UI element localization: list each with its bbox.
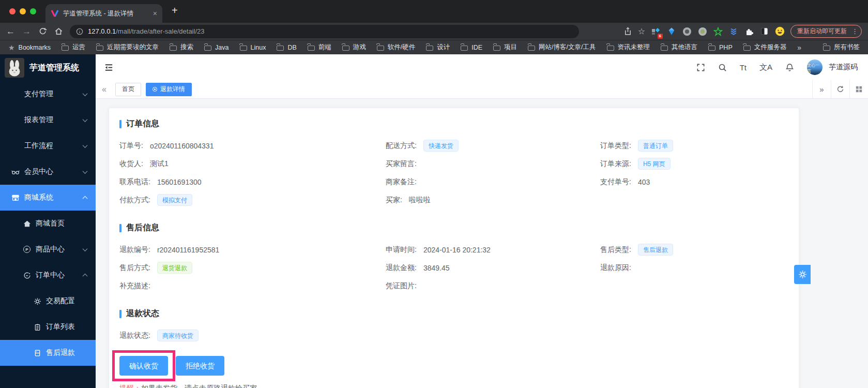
bookmark-folder[interactable]: 前端 (308, 43, 331, 52)
section-title: 退款状态 (119, 308, 788, 319)
window-minimize-button[interactable] (20, 8, 26, 14)
site-info-icon[interactable] (76, 28, 83, 35)
bookmarks-star-icon: ★ (8, 44, 15, 51)
refresh-icon[interactable] (831, 80, 849, 98)
window-zoom-button[interactable] (30, 8, 36, 14)
store-icon (11, 193, 20, 202)
bookmark-folder[interactable]: 软件/硬件 (377, 43, 415, 52)
bookmarks-overflow-chevron[interactable]: » (797, 43, 801, 52)
extension-contrast-icon[interactable] (759, 26, 769, 36)
app-logo[interactable]: 芋道管理系统 (0, 54, 96, 81)
bookmark-folder[interactable]: 游戏 (342, 43, 366, 52)
folder-icon (461, 46, 468, 51)
browser-tab[interactable]: 芋道管理系统 - 退款详情 × (45, 4, 162, 23)
language-icon[interactable]: 文A (759, 63, 772, 72)
sidebar-item-member-center[interactable]: 会员中心 (0, 159, 96, 185)
field-label: 买家留言: (386, 159, 417, 169)
pay-no-value: 403 (638, 178, 650, 186)
all-bookmarks-folder[interactable]: 所有书签 (823, 43, 860, 52)
scroll-left-chevron[interactable]: « (102, 85, 115, 94)
bookmark-folder[interactable]: Java (204, 44, 229, 51)
browser-tab-title: 芋道管理系统 - 退款详情 (63, 9, 149, 18)
extension-green-star-icon[interactable] (713, 26, 723, 36)
bookmark-folder[interactable]: 网站/博客/文章/工具 (528, 43, 596, 52)
scroll-right-chevron[interactable]: » (812, 80, 831, 98)
order-type-tag: 普通订单 (638, 140, 673, 152)
confirm-receipt-button[interactable]: 确认收货 (119, 356, 168, 376)
theme-settings-button[interactable] (794, 265, 811, 284)
bookmark-folder[interactable]: PHP (708, 44, 733, 51)
back-button[interactable]: ← (6, 27, 15, 36)
fullscreen-icon[interactable] (696, 63, 705, 72)
home-button[interactable] (54, 27, 63, 36)
apply-time-value: 2024-01-16 20:21:32 (423, 246, 491, 254)
annotation-highlight-box: 确认收货 (119, 356, 168, 376)
menu-icon-slot (11, 90, 20, 98)
sidebar-item-order-list[interactable]: 订单列表 (0, 314, 96, 340)
window-close-button[interactable] (9, 8, 16, 14)
site-favicon-icon (51, 9, 59, 18)
browser-menu-icon[interactable]: ⋮ (851, 27, 858, 35)
extension-olive-circle-icon[interactable] (697, 26, 707, 36)
chevron-down-icon (83, 91, 88, 96)
layout-grid-icon[interactable] (849, 80, 868, 98)
forward-button[interactable]: → (22, 27, 31, 36)
bookmarks-root[interactable]: ★Bookmarks (8, 44, 51, 51)
collapse-sidebar-button[interactable] (104, 63, 114, 72)
app-header: Tt 文A 文心一言 芋道源码 (96, 54, 868, 80)
share-icon[interactable] (623, 27, 632, 36)
field-label: 补充描述: (119, 281, 150, 291)
profile-avatar-emoji[interactable] (775, 26, 785, 36)
sidebar-item-payment[interactable]: 支付管理 (0, 81, 96, 107)
receiver-value: 测试1 (150, 159, 169, 169)
folder-icon (708, 46, 715, 51)
extension-axure-icon[interactable]: 6 (651, 26, 661, 36)
sidebar-item-mall-home[interactable]: 商城首页 (0, 211, 96, 236)
reload-button[interactable] (38, 27, 47, 36)
extension-gray-circle-icon[interactable] (682, 26, 692, 36)
sidebar-item-mall-system[interactable]: 商城系统 (0, 185, 96, 211)
field-label: 申请时间: (386, 245, 417, 255)
font-size-icon[interactable]: Tt (740, 63, 747, 72)
bookmark-folder[interactable]: 其他语言 (661, 43, 697, 52)
extension-layers-icon[interactable] (728, 26, 738, 36)
field-label: 配送方式: (386, 141, 417, 151)
tab-home[interactable]: 首页 (115, 83, 141, 96)
bookmark-folder[interactable]: 项目 (493, 43, 517, 52)
reject-receipt-button[interactable]: 拒绝收货 (176, 356, 224, 376)
browser-toolbar: ← → 127.0.0.1/mall/trade/after-sale/deta… (0, 23, 868, 40)
sidebar-item-workflow[interactable]: 工作流程 (0, 133, 96, 159)
sidebar-item-order-center[interactable]: 订单中心 (0, 262, 96, 288)
extension-kite-icon[interactable] (666, 26, 676, 36)
bookmark-folder[interactable]: IDE (461, 44, 482, 51)
user-avatar[interactable]: 文心一言 (807, 59, 823, 75)
bookmark-folder[interactable]: Linux (240, 44, 266, 51)
sidebar-item-trade-config[interactable]: 交易配置 (0, 288, 96, 314)
tags-view-bar: « 首页 退款详情 » (96, 80, 868, 99)
sidebar-item-report[interactable]: 报表管理 (0, 107, 96, 133)
bookmark-folder[interactable]: DB (277, 44, 296, 51)
tab-refund-detail[interactable]: 退款详情 (146, 83, 192, 96)
bookmark-folder[interactable]: 搜索 (170, 43, 193, 52)
bookmark-folder[interactable]: 资讯未整理 (607, 43, 650, 52)
bookmark-star-icon[interactable]: ☆ (638, 27, 645, 36)
sidebar-item-product-center[interactable]: P 商品中心 (0, 236, 96, 262)
tab-close-icon[interactable]: × (153, 10, 157, 17)
bookmark-folder[interactable]: 文件服务器 (743, 43, 787, 52)
order-no-value: o202401160804331 (150, 142, 214, 150)
notification-bell-icon[interactable] (785, 63, 794, 72)
folder-icon (277, 46, 284, 51)
extensions-puzzle-icon[interactable] (744, 26, 754, 36)
relaunch-update-button[interactable]: 重新启动即可更新 ⋮ (790, 25, 862, 38)
url-bar[interactable]: 127.0.0.1/mall/trade/after-sale/detail/2… (70, 25, 579, 38)
new-tab-button[interactable]: + (172, 5, 178, 17)
section-title: 订单信息 (119, 118, 788, 129)
folder-icon (528, 46, 535, 51)
bookmark-folder[interactable]: 设计 (426, 43, 450, 52)
bookmark-folder[interactable]: 运营 (62, 43, 85, 52)
search-icon[interactable] (718, 63, 727, 72)
bookmark-folder[interactable]: 近期需要读的文章 (96, 43, 159, 52)
sidebar-item-aftersale-refund[interactable]: 售后退款 (0, 340, 96, 366)
sidebar: 芋道管理系统 支付管理 报表管理 工作流程 会员中心 商城系 (0, 54, 96, 388)
username: 芋道源码 (829, 63, 858, 72)
